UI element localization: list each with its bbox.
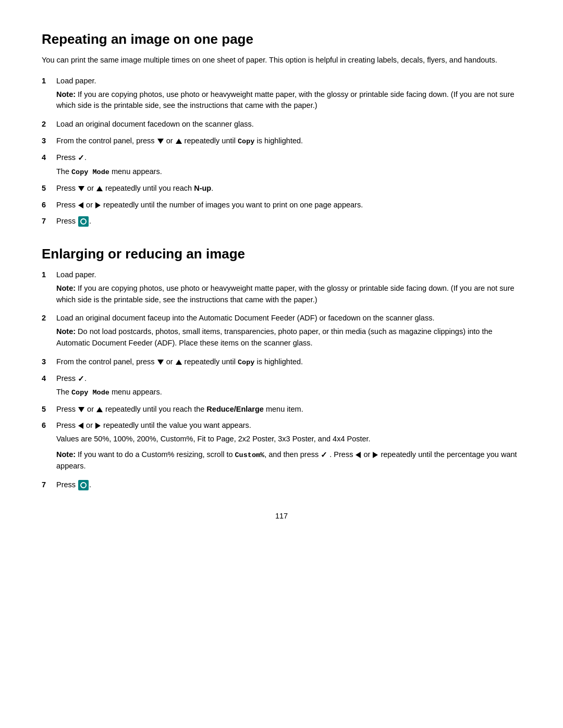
arrow-right-icon <box>95 423 101 429</box>
step-number: 2 <box>42 119 56 130</box>
step-subtext: Values are 50%, 100%, 200%, Custom%, Fit… <box>56 434 521 445</box>
code-copy-mode: Copy Mode <box>71 389 109 397</box>
step-text: Press ✓. <box>56 153 87 162</box>
step-2-2: 2 Load an original document faceup into … <box>42 313 521 351</box>
arrow-right-icon <box>373 452 378 458</box>
step-number: 7 <box>42 216 56 227</box>
section-repeating: Repeating an image on one page You can p… <box>42 31 521 227</box>
step-note: Note: Do not load postcards, photos, sma… <box>56 326 521 349</box>
step-text: Press or repeatedly until the value you … <box>56 421 251 429</box>
step-1-1: 1 Load paper. Note: If you are copying p… <box>42 76 521 114</box>
step-number: 3 <box>42 356 56 368</box>
step-1-5: 5 Press or repeatedly until you reach N-… <box>42 183 521 194</box>
arrow-left-icon <box>78 202 83 208</box>
section1-steps: 1 Load paper. Note: If you are copying p… <box>42 76 521 227</box>
step-2-1: 1 Load paper. Note: If you are copying p… <box>42 269 521 307</box>
step-number: 7 <box>42 479 56 491</box>
step-number: 6 <box>42 420 56 431</box>
step-text: Press or repeatedly until you reach N-up… <box>56 184 213 192</box>
arrow-up-icon <box>176 360 182 365</box>
step-1-4: 4 Press ✓. The Copy Mode menu appears. <box>42 152 521 178</box>
step-content: Press . <box>56 479 521 491</box>
arrow-right-icon <box>95 202 101 208</box>
section2-title: Enlarging or reducing an image <box>42 246 521 262</box>
section1-title: Repeating an image on one page <box>42 31 521 47</box>
step-content: Load paper. Note: If you are copying pho… <box>56 269 521 307</box>
code-copy: Copy <box>238 138 254 145</box>
step-subtext: The Copy Mode menu appears. <box>56 166 521 178</box>
arrow-down-icon <box>78 186 84 191</box>
step-content: Press or repeatedly until the number of … <box>56 200 521 211</box>
step-content: Press or repeatedly until the value you … <box>56 420 521 474</box>
step-text: From the control panel, press or repeate… <box>56 137 303 145</box>
step-2-3: 3 From the control panel, press or repea… <box>42 356 521 368</box>
start-button-icon <box>78 480 89 490</box>
step-number: 5 <box>42 183 56 194</box>
check-icon: ✓ <box>78 373 84 385</box>
step-2-4: 4 Press ✓. The Copy Mode menu appears. <box>42 373 521 399</box>
step-content: From the control panel, press or repeate… <box>56 135 521 147</box>
step-content: Press . <box>56 216 521 227</box>
step-2-5: 5 Press or repeatedly until you reach th… <box>42 404 521 415</box>
step-number: 4 <box>42 152 56 164</box>
step-content: From the control panel, press or repeate… <box>56 356 521 368</box>
bold-nup: N-up <box>194 184 211 192</box>
step-note: Note: If you want to do a Custom% resizi… <box>56 449 521 472</box>
step-text: Load an original document facedown on th… <box>56 120 254 128</box>
step-content: Press ✓. The Copy Mode menu appears. <box>56 152 521 178</box>
arrow-down-icon <box>157 139 164 144</box>
page-number: 117 <box>42 512 521 520</box>
step-number: 3 <box>42 135 56 147</box>
step-number: 1 <box>42 269 56 281</box>
code-custom: Custom% <box>235 451 265 459</box>
arrow-down-icon <box>157 360 164 365</box>
arrow-left-icon <box>356 452 361 458</box>
step-text: Load paper. <box>56 77 96 85</box>
section1-intro: You can print the same image multiple ti… <box>42 55 521 66</box>
step-content: Press or repeatedly until you reach N-up… <box>56 183 521 194</box>
code-copy: Copy <box>238 359 254 366</box>
step-2-6: 6 Press or repeatedly until the value yo… <box>42 420 521 474</box>
arrow-left-icon <box>78 423 83 429</box>
step-text: Load paper. <box>56 270 96 279</box>
step-text: Press or repeatedly until the number of … <box>56 201 363 209</box>
step-1-6: 6 Press or repeatedly until the number o… <box>42 200 521 211</box>
section-enlarging: Enlarging or reducing an image 1 Load pa… <box>42 246 521 491</box>
arrow-up-icon <box>176 139 182 144</box>
check-icon: ✓ <box>78 152 84 164</box>
step-1-2: 2 Load an original document facedown on … <box>42 119 521 130</box>
step-text: Press . <box>56 217 91 225</box>
step-number: 4 <box>42 373 56 385</box>
step-note: Note: If you are copying photos, use pho… <box>56 283 521 306</box>
step-1-3: 3 From the control panel, press or repea… <box>42 135 521 147</box>
arrow-up-icon <box>96 186 103 191</box>
code-copy-mode: Copy Mode <box>71 168 109 176</box>
start-button-icon <box>78 216 89 227</box>
step-text: Load an original document faceup into th… <box>56 314 434 322</box>
step-number: 6 <box>42 200 56 211</box>
step-text: Press ✓. <box>56 374 87 382</box>
step-text: Press or repeatedly until you reach the … <box>56 405 303 413</box>
check-icon: ✓ <box>321 449 327 461</box>
step-content: Load paper. Note: If you are copying pho… <box>56 76 521 114</box>
step-2-7: 7 Press . <box>42 479 521 491</box>
step-number: 5 <box>42 404 56 415</box>
step-content: Load an original document faceup into th… <box>56 313 521 351</box>
arrow-up-icon <box>96 407 103 412</box>
step-content: Load an original document facedown on th… <box>56 119 521 130</box>
step-note: Note: If you are copying photos, use pho… <box>56 89 521 112</box>
step-number: 2 <box>42 313 56 324</box>
step-text: Press . <box>56 480 91 489</box>
step-content: Press ✓. The Copy Mode menu appears. <box>56 373 521 399</box>
step-text: From the control panel, press or repeate… <box>56 357 303 366</box>
bold-reduce-enlarge: Reduce/Enlarge <box>206 405 264 413</box>
step-1-7: 7 Press . <box>42 216 521 227</box>
arrow-down-icon <box>78 407 84 412</box>
step-number: 1 <box>42 76 56 87</box>
step-content: Press or repeatedly until you reach the … <box>56 404 521 415</box>
step-subtext: The Copy Mode menu appears. <box>56 387 521 398</box>
section2-steps: 1 Load paper. Note: If you are copying p… <box>42 269 521 491</box>
